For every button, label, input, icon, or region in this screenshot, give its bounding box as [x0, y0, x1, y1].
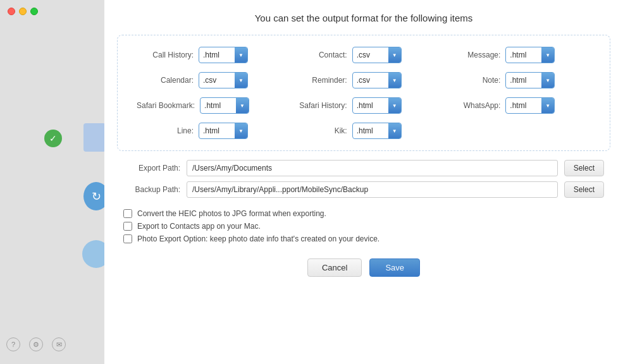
format-grid: Call History: .html .csv .xlsx ▼ Contact… — [137, 47, 591, 139]
minimize-button[interactable] — [19, 8, 27, 15]
safari-history-select-wrapper[interactable]: .html .csv .xlsx ▼ — [352, 97, 402, 114]
note-select[interactable]: .html .csv .xlsx — [506, 73, 541, 88]
message-dropdown-arrow: ▼ — [541, 47, 554, 63]
mail-icon[interactable]: ✉ — [52, 337, 66, 351]
kik-format-row: Kik: .html .csv .xlsx ▼ — [290, 123, 438, 139]
whatsapp-label: WhatsApp: — [443, 101, 500, 110]
sidebar-background — [0, 0, 108, 364]
message-select[interactable]: .html .csv .xlsx — [506, 47, 541, 63]
format-settings-modal: You can set the output format for the fo… — [104, 0, 623, 364]
reminder-select-wrapper[interactable]: .html .csv .xlsx ▼ — [352, 72, 402, 88]
line-format-row: Line: .html .csv .xlsx ▼ — [137, 123, 284, 139]
safari-history-select[interactable]: .html .csv .xlsx — [353, 98, 388, 113]
settings-icon[interactable]: ⚙ — [29, 337, 43, 351]
backup-path-row: Backup Path: Select — [123, 181, 604, 198]
safari-bookmark-label: Safari Bookmark: — [137, 101, 195, 110]
bottom-icons: ? ⚙ ✉ — [6, 337, 66, 351]
calendar-select[interactable]: .html .csv .xlsx — [199, 73, 235, 88]
line-select[interactable]: .html .csv .xlsx — [199, 123, 235, 138]
backup-path-input[interactable] — [187, 181, 558, 198]
export-path-select-button[interactable]: Select — [564, 160, 604, 176]
call-history-label: Call History: — [137, 51, 194, 59]
kik-select[interactable]: .html .csv .xlsx — [353, 123, 388, 138]
modal-title: You can set the output format for the fo… — [255, 13, 473, 23]
kik-label: Kik: — [290, 126, 347, 135]
note-label: Note: — [443, 76, 500, 85]
line-select-wrapper[interactable]: .html .csv .xlsx ▼ — [199, 123, 248, 139]
contacts-label: Export to Contacts app on your Mac. — [137, 222, 261, 231]
photo-date-label: Photo Export Option: keep photo date inf… — [137, 234, 379, 243]
safari-bookmark-format-row: Safari Bookmark: .html .csv .xlsx ▼ — [137, 97, 284, 114]
export-path-row: Export Path: Select — [123, 160, 604, 176]
empty-cell — [443, 123, 591, 139]
safari-history-format-row: Safari History: .html .csv .xlsx ▼ — [290, 97, 438, 114]
close-button[interactable] — [8, 8, 15, 15]
message-format-row: Message: .html .csv .xlsx ▼ — [443, 47, 591, 63]
message-select-wrapper[interactable]: .html .csv .xlsx ▼ — [505, 47, 555, 63]
safari-bookmark-select-wrapper[interactable]: .html .csv .xlsx ▼ — [200, 97, 249, 114]
heic-checkbox[interactable] — [123, 209, 132, 218]
line-dropdown-arrow: ▼ — [235, 123, 247, 138]
note-dropdown-arrow: ▼ — [541, 73, 554, 88]
device-thumbnail — [83, 123, 106, 152]
export-path-label: Export Path: — [123, 164, 180, 173]
reminder-format-row: Reminder: .html .csv .xlsx ▼ — [290, 72, 438, 88]
contacts-checkbox[interactable] — [123, 222, 132, 231]
contact-select-wrapper[interactable]: .html .csv .xlsx ▼ — [352, 47, 402, 63]
reminder-dropdown-arrow: ▼ — [388, 73, 401, 88]
kik-select-wrapper[interactable]: .html .csv .xlsx ▼ — [352, 123, 402, 139]
call-history-select[interactable]: .html .csv .xlsx — [199, 47, 235, 63]
traffic-lights — [8, 8, 38, 15]
photo-date-checkbox-row: Photo Export Option: keep photo date inf… — [123, 234, 604, 243]
format-card: Call History: .html .csv .xlsx ▼ Contact… — [117, 35, 610, 151]
contact-dropdown-arrow: ▼ — [388, 47, 401, 63]
backup-path-select-button[interactable]: Select — [564, 181, 604, 198]
reminder-select[interactable]: .html .csv .xlsx — [353, 73, 388, 88]
whatsapp-dropdown-arrow: ▼ — [541, 98, 554, 113]
contact-label: Contact: — [290, 51, 347, 59]
whatsapp-select-wrapper[interactable]: .html .csv .xlsx ▼ — [505, 97, 555, 114]
heic-checkbox-row: Convert the HEIC photos to JPG format wh… — [123, 209, 604, 218]
call-history-format-row: Call History: .html .csv .xlsx ▼ — [137, 47, 284, 63]
safari-history-dropdown-arrow: ▼ — [388, 98, 401, 113]
safari-bookmark-dropdown-arrow: ▼ — [236, 98, 249, 113]
kik-dropdown-arrow: ▼ — [388, 123, 401, 138]
checkbox-section: Convert the HEIC photos to JPG format wh… — [117, 209, 610, 247]
photo-date-checkbox[interactable] — [123, 234, 132, 243]
save-button[interactable]: Save — [369, 258, 420, 277]
safari-bookmark-select[interactable]: .html .csv .xlsx — [200, 98, 236, 113]
backup-path-label: Backup Path: — [123, 185, 180, 194]
heic-label: Convert the HEIC photos to JPG format wh… — [137, 209, 326, 218]
calendar-select-wrapper[interactable]: .html .csv .xlsx ▼ — [199, 72, 248, 88]
contact-format-row: Contact: .html .csv .xlsx ▼ — [290, 47, 438, 63]
calendar-label: Calendar: — [137, 76, 194, 85]
reminder-label: Reminder: — [290, 76, 347, 85]
export-path-input[interactable] — [187, 160, 558, 176]
whatsapp-format-row: WhatsApp: .html .csv .xlsx ▼ — [443, 97, 591, 114]
line-label: Line: — [137, 126, 194, 135]
path-section: Export Path: Select Backup Path: Select — [117, 160, 610, 203]
call-history-select-wrapper[interactable]: .html .csv .xlsx ▼ — [199, 47, 248, 63]
calendar-format-row: Calendar: .html .csv .xlsx ▼ — [137, 72, 284, 88]
contacts-checkbox-row: Export to Contacts app on your Mac. — [123, 222, 604, 231]
check-circle-icon: ✓ — [44, 130, 62, 147]
note-format-row: Note: .html .csv .xlsx ▼ — [443, 72, 591, 88]
call-history-dropdown-arrow: ▼ — [235, 47, 247, 63]
note-select-wrapper[interactable]: .html .csv .xlsx ▼ — [505, 72, 555, 88]
cancel-button[interactable]: Cancel — [307, 258, 362, 277]
help-icon[interactable]: ? — [6, 337, 20, 351]
action-buttons: Cancel Save — [307, 258, 420, 277]
contact-select[interactable]: .html .csv .xlsx — [353, 47, 388, 63]
message-label: Message: — [443, 51, 500, 59]
safari-history-label: Safari History: — [290, 101, 347, 110]
maximize-button[interactable] — [30, 8, 38, 15]
whatsapp-select[interactable]: .html .csv .xlsx — [506, 98, 541, 113]
calendar-dropdown-arrow: ▼ — [235, 73, 247, 88]
